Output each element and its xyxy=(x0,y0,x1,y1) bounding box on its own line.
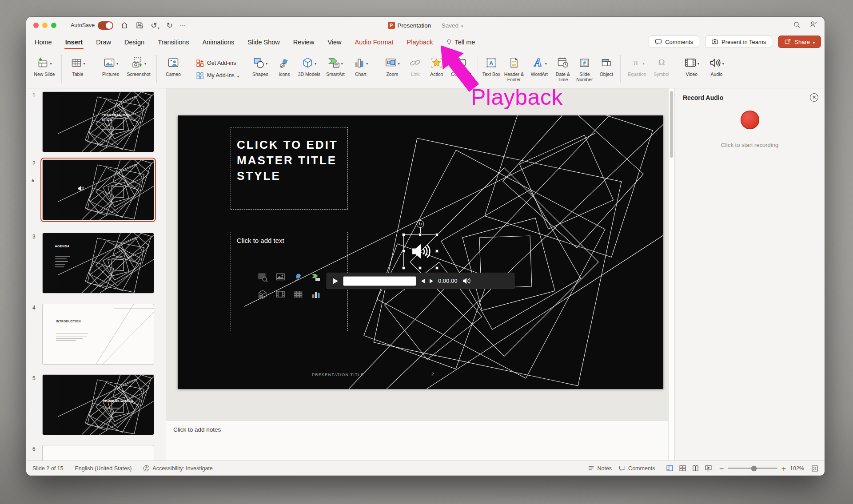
ribbon-video-button[interactable]: ▾ Video xyxy=(679,52,704,87)
resize-handle-sw[interactable] xyxy=(402,266,405,270)
autosave-switch-icon[interactable] xyxy=(98,21,113,30)
thumbnail-slide-6[interactable]: 6 xyxy=(43,445,154,460)
ribbon-smartart-button[interactable]: ▾ SmartArt xyxy=(322,52,349,87)
ribbon-header-footer-button[interactable]: Header & Footer xyxy=(502,52,526,87)
current-slide[interactable]: CLICK TO EDIT MASTER TITLE STYLE Click t… xyxy=(178,115,663,389)
tab-review[interactable]: Review xyxy=(293,34,315,50)
tab-slide-show[interactable]: Slide Show xyxy=(247,34,280,50)
stock-image-icon[interactable] xyxy=(256,270,269,284)
audio-scrubber[interactable] xyxy=(343,276,416,286)
resize-handle-se[interactable] xyxy=(435,266,438,270)
tab-insert[interactable]: Insert xyxy=(65,34,83,50)
ribbon-wordart-button[interactable]: A ▾ WordArt xyxy=(526,52,552,87)
thumbnail-slide-2[interactable]: 2 ★ xyxy=(43,160,154,220)
redo-button[interactable]: ↻ xyxy=(166,22,172,29)
ribbon-slide-number-button[interactable]: # Slide Number xyxy=(574,52,596,87)
notes-pane[interactable]: Click to add notes xyxy=(166,420,668,460)
thumbnail-title-text: PRIMARY GOALS xyxy=(103,399,138,403)
slideshow-view-button[interactable] xyxy=(705,464,712,472)
comments-toggle-button[interactable]: Comments xyxy=(619,465,655,472)
thumbnail-slide-1[interactable]: 1 PRESENTATION TITLE xyxy=(43,92,154,152)
play-button[interactable] xyxy=(333,278,338,284)
resize-handle-n[interactable] xyxy=(419,233,422,236)
ribbon-icons-button[interactable]: Icons xyxy=(272,52,296,87)
ribbon-get-addins-button[interactable]: Get Add-ins xyxy=(196,59,239,67)
chart-icon xyxy=(353,57,365,69)
thumbnail-slide-3[interactable]: 3 AGENDA xyxy=(43,233,154,293)
accessibility-button[interactable]: Accessibility: Investigate xyxy=(143,465,212,472)
reading-view-button[interactable] xyxy=(692,464,699,472)
scrollbar-thumb[interactable] xyxy=(670,91,673,158)
ribbon-shapes-button[interactable]: ▾ Shapes xyxy=(248,52,272,87)
present-in-teams-button[interactable]: Present in Teams xyxy=(705,36,772,48)
tab-draw[interactable]: Draw xyxy=(96,34,111,50)
fit-slide-to-window-button[interactable] xyxy=(811,465,818,472)
resize-handle-s[interactable] xyxy=(419,266,422,270)
search-button[interactable] xyxy=(793,21,801,30)
icons-icon[interactable] xyxy=(291,270,305,284)
resize-handle-nw[interactable] xyxy=(402,233,405,236)
tab-view[interactable]: View xyxy=(327,34,341,50)
zoom-window-button[interactable] xyxy=(51,23,56,28)
comments-button[interactable]: Comments xyxy=(649,36,699,48)
zoom-level-label[interactable]: 102% xyxy=(790,465,804,472)
tab-home[interactable]: Home xyxy=(35,34,52,50)
step-back-button[interactable] xyxy=(421,279,425,283)
resize-handle-ne[interactable] xyxy=(435,233,438,236)
zoom-out-button[interactable]: − xyxy=(719,465,725,472)
smartart-icon[interactable] xyxy=(309,270,323,284)
tab-transitions[interactable]: Transitions xyxy=(158,34,189,50)
ribbon-object-button[interactable]: Object xyxy=(596,52,617,87)
step-forward-button[interactable] xyxy=(430,279,433,283)
zoom-in-button[interactable]: + xyxy=(781,465,786,472)
title-placeholder[interactable]: CLICK TO EDIT MASTER TITLE STYLE xyxy=(231,127,348,210)
home-button[interactable] xyxy=(120,21,128,29)
language-button[interactable]: English (United States) xyxy=(75,465,132,472)
tab-audio-format[interactable]: Audio Format xyxy=(355,34,394,50)
close-window-button[interactable] xyxy=(33,23,39,28)
thumbnail-slide-5[interactable]: 5 PRIMARY GOALS xyxy=(43,375,154,435)
audio-object-selection[interactable]: ↻ xyxy=(403,234,437,268)
ribbon-zoom-button[interactable]: ▾ Zoom xyxy=(379,52,405,87)
ribbon-cameo-button[interactable]: Cameo xyxy=(160,52,187,87)
ribbon-table-button[interactable]: ▾ Table xyxy=(65,52,91,87)
undo-button[interactable]: ↺ ▾ xyxy=(151,22,159,29)
more-commands-button[interactable]: ⋯ xyxy=(180,22,186,28)
ribbon-date-time-button[interactable]: Date & Time xyxy=(552,52,574,87)
rotate-handle[interactable]: ↻ xyxy=(417,220,424,228)
resize-handle-e[interactable] xyxy=(435,250,438,253)
ribbon-audio-button[interactable]: ▾ Audio xyxy=(704,52,729,87)
tab-design[interactable]: Design xyxy=(124,34,144,50)
ribbon-my-addins-button[interactable]: My Add-ins ▾ xyxy=(196,71,239,80)
normal-view-button[interactable] xyxy=(666,464,674,472)
save-button[interactable] xyxy=(136,21,143,29)
document-title[interactable]: P Presentation — Saved ▾ xyxy=(388,17,463,34)
account-button[interactable] xyxy=(809,20,817,30)
table-icon[interactable] xyxy=(291,288,305,301)
share-button[interactable]: Share ▾ xyxy=(778,36,821,48)
minimize-window-button[interactable] xyxy=(42,23,48,28)
record-button[interactable] xyxy=(741,111,759,129)
volume-icon[interactable] xyxy=(462,277,470,285)
chart-icon[interactable] xyxy=(309,288,323,301)
animation-indicator-icon[interactable]: ★ xyxy=(31,178,35,183)
tab-animations[interactable]: Animations xyxy=(203,34,235,50)
ribbon-pictures-button[interactable]: ▾ Pictures xyxy=(97,52,124,87)
chevron-down-icon: ▾ xyxy=(315,62,316,66)
ribbon-3d-models-button[interactable]: ▾ 3D Models xyxy=(296,52,322,87)
zoom-slider-knob[interactable] xyxy=(751,466,757,471)
notes-toggle-button[interactable]: Notes xyxy=(588,465,612,472)
resize-handle-w[interactable] xyxy=(402,250,405,253)
ribbon-screenshot-button[interactable]: ▾ Screenshot xyxy=(124,52,153,87)
close-panel-icon[interactable]: ✕ xyxy=(810,93,818,102)
thumbnail-slide-4[interactable]: 4 INTRODUCTION xyxy=(43,304,154,364)
vertical-scrollbar[interactable] xyxy=(668,88,674,460)
pictures-icon[interactable] xyxy=(274,270,287,284)
3d-models-icon[interactable] xyxy=(256,288,269,301)
slide-sorter-view-button[interactable] xyxy=(679,464,686,472)
video-icon[interactable] xyxy=(274,288,287,301)
ribbon-new-slide-button[interactable]: ▾ New Slide xyxy=(31,52,58,87)
zoom-slider[interactable] xyxy=(728,468,777,469)
ribbon-chart-button[interactable]: ▾ Chart xyxy=(349,52,373,87)
autosave-toggle[interactable]: AutoSave xyxy=(71,21,113,30)
